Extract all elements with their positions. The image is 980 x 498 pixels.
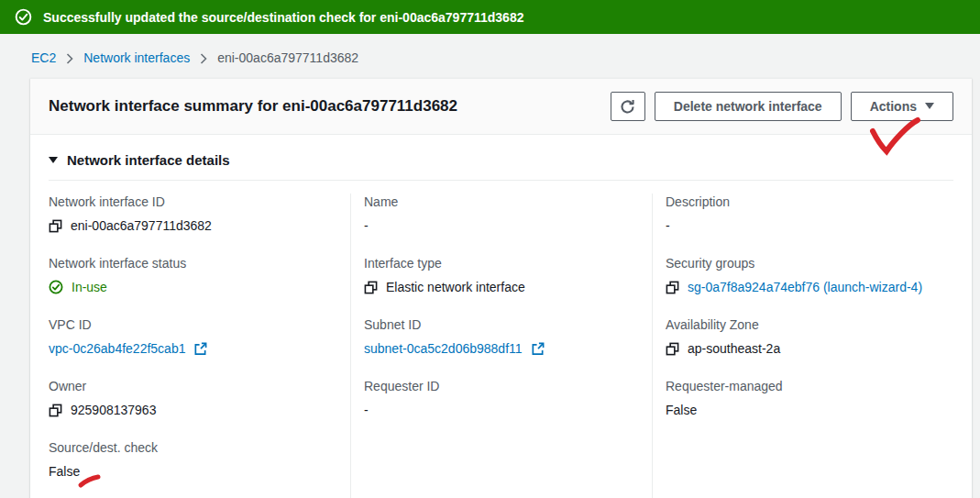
success-banner: Successfully updated the source/destinat…	[0, 0, 980, 34]
vpc-id-link[interactable]: vpc-0c26ab4fe22f5cab1	[49, 339, 185, 358]
copy-icon[interactable]	[666, 281, 679, 294]
field-name: Name -	[364, 194, 637, 235]
breadcrumb-link-ec2[interactable]: EC2	[31, 50, 56, 65]
delete-network-interface-button[interactable]: Delete network interface	[655, 92, 842, 121]
banner-message: Successfully updated the source/destinat…	[43, 10, 523, 25]
field-description: Description -	[666, 194, 939, 235]
field-label: VPC ID	[49, 316, 336, 334]
status-ok-icon	[49, 280, 63, 294]
delete-button-label: Delete network interface	[674, 99, 822, 114]
field-value-text: 925908137963	[71, 401, 156, 419]
field-value-text: -	[364, 216, 369, 235]
header-button-group: Delete network interface Actions	[611, 92, 953, 121]
chevron-right-icon	[66, 53, 73, 64]
field-label: Description	[666, 194, 939, 211]
field-label: Source/dest. check	[49, 439, 336, 457]
field-interface-type: Interface type Elastic network interface	[364, 255, 637, 296]
field-source-dest-check: Source/dest. check False	[49, 439, 336, 481]
page-title: Network interface summary for eni-00ac6a…	[49, 97, 457, 116]
details-grid: Network interface ID eni-00ac6a797711d36…	[49, 180, 953, 498]
actions-button-label: Actions	[870, 99, 917, 114]
field-security-groups: Security groups sg-0a7f8a924a74ebf76 (la…	[666, 255, 939, 296]
field-subnet-id: Subnet ID subnet-0ca5c2d06b988df11	[364, 316, 637, 358]
network-interface-details-toggle[interactable]: Network interface details	[49, 152, 953, 168]
caret-down-icon	[925, 103, 934, 110]
details-column-1: Network interface ID eni-00ac6a797711d36…	[49, 194, 350, 498]
field-label: Security groups	[666, 255, 939, 272]
field-requester-managed: Requester-managed False	[666, 378, 939, 419]
field-value-text: -	[364, 401, 369, 419]
field-label: Network interface status	[49, 255, 336, 272]
chevron-right-icon	[200, 53, 207, 64]
field-value-text: False	[666, 401, 697, 419]
field-network-interface-id: Network interface ID eni-00ac6a797711d36…	[49, 194, 336, 235]
copy-icon[interactable]	[49, 219, 62, 233]
field-label: Network interface ID	[49, 194, 336, 211]
panel-header: Network interface summary for eni-00ac6a…	[30, 79, 972, 135]
external-link-icon[interactable]	[193, 342, 207, 356]
refresh-icon	[620, 99, 635, 115]
copy-icon[interactable]	[49, 404, 62, 417]
network-interface-summary-panel: Network interface summary for eni-00ac6a…	[30, 78, 972, 498]
field-value-text: Elastic network interface	[386, 278, 525, 296]
breadcrumb: EC2 Network interfaces eni-00ac6a797711d…	[0, 34, 980, 78]
field-label: Subnet ID	[364, 316, 637, 334]
field-label: Interface type	[364, 255, 637, 272]
field-value-text: -	[666, 216, 670, 235]
refresh-button[interactable]	[611, 92, 645, 121]
field-value-text: ap-southeast-2a	[688, 339, 780, 358]
subnet-id-link[interactable]: subnet-0ca5c2d06b988df11	[364, 339, 523, 358]
copy-icon[interactable]	[666, 342, 679, 356]
field-availability-zone: Availability Zone ap-southeast-2a	[666, 316, 939, 358]
triangle-down-icon	[49, 157, 58, 164]
breadcrumb-current: eni-00ac6a797711d3682	[217, 50, 358, 65]
security-group-link[interactable]: sg-0a7f8a924a74ebf76 (launch-wizard-4)	[688, 278, 922, 296]
field-label: Name	[364, 194, 637, 211]
source-dest-check-value: False	[49, 462, 80, 481]
field-label: Requester-managed	[666, 378, 939, 395]
status-badge: In-use	[72, 278, 107, 296]
check-circle-icon	[15, 8, 32, 26]
field-label: Requester ID	[364, 378, 637, 395]
details-column-2: Name - Interface type Elastic network in…	[350, 194, 652, 498]
external-link-icon[interactable]	[531, 342, 545, 356]
field-requester-id: Requester ID -	[364, 378, 637, 419]
breadcrumb-link-network-interfaces[interactable]: Network interfaces	[83, 50, 190, 65]
field-value-text: eni-00ac6a797711d3682	[71, 216, 212, 235]
field-label: Availability Zone	[666, 316, 939, 334]
actions-button[interactable]: Actions	[851, 92, 953, 121]
copy-icon[interactable]	[364, 281, 378, 294]
field-vpc-id: VPC ID vpc-0c26ab4fe22f5cab1	[49, 316, 336, 358]
field-network-interface-status: Network interface status In-use	[49, 255, 336, 296]
field-owner: Owner 925908137963	[49, 378, 336, 419]
details-column-3: Description - Security groups sg-0a7f8a9…	[652, 194, 953, 498]
section-title: Network interface details	[67, 152, 230, 168]
field-label: Owner	[49, 378, 336, 395]
panel-body: Network interface details Network interf…	[30, 135, 972, 498]
